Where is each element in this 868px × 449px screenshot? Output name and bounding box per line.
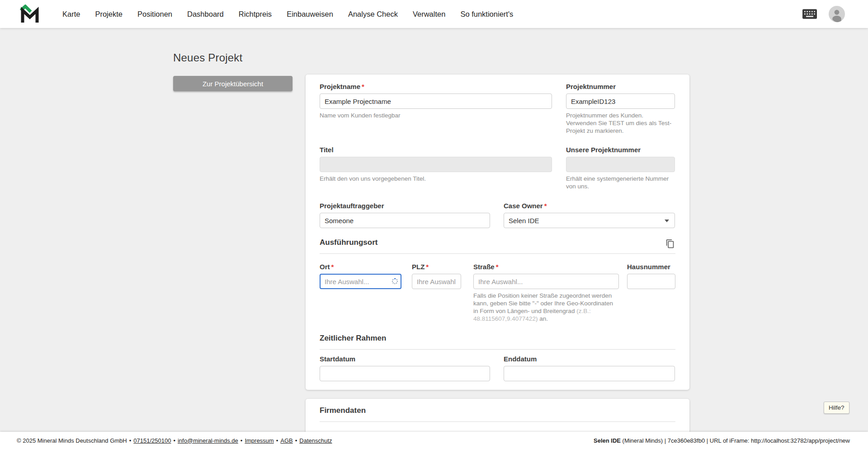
titel-helper: Erhält den von uns vorgegebenen Titel.	[320, 175, 552, 183]
unsere-projektnummer-helper: Erhält eine systemgenerierte Nummer von …	[566, 175, 675, 191]
required-asterisk: *	[544, 202, 547, 210]
projektauftraggeber-input[interactable]	[320, 213, 490, 228]
nav-item-karte[interactable]: Karte	[62, 10, 80, 19]
project-overview-button[interactable]: Zur Projektübersicht	[173, 76, 292, 91]
zeitlicher-rahmen-heading: Zeitlicher Rahmen	[320, 334, 675, 343]
case-owner-label: Case Owner*	[504, 202, 675, 210]
footer-separator: •	[295, 437, 297, 444]
field-titel: Titel Erhält den von uns vorgegebenen Ti…	[320, 146, 552, 183]
plz-label-text: PLZ	[412, 263, 425, 271]
field-plz: PLZ*	[412, 263, 461, 289]
required-asterisk: *	[362, 83, 364, 90]
ort-input[interactable]	[320, 274, 401, 289]
nav-item-dashboard[interactable]: Dashboard	[187, 10, 224, 19]
nav-item-einbauweisen[interactable]: Einbauweisen	[287, 10, 333, 19]
divider	[320, 349, 675, 350]
app-root: Karte Projekte Positionen Dashboard Rich…	[0, 0, 868, 449]
projektnummer-helper: Projektnummer des Kunden. Verwenden Sie …	[566, 112, 675, 135]
projektname-label-text: Projektname	[320, 83, 360, 90]
projektname-helper: Name vom Kunden festlegbar	[320, 112, 552, 120]
copy-icon[interactable]	[665, 239, 675, 250]
strasse-helper-suffix: an.	[538, 315, 548, 322]
ort-label-text: Ort	[320, 263, 330, 271]
case-owner-select[interactable]: Selen IDE	[504, 213, 675, 228]
footer-link-phone[interactable]: 07151/250100	[133, 437, 171, 444]
footer-separator: •	[276, 437, 278, 444]
user-avatar-icon[interactable]	[829, 6, 845, 22]
help-button[interactable]: Hilfe?	[824, 402, 849, 414]
footer-link-impressum[interactable]: Impressum	[245, 437, 274, 444]
header-icons	[802, 0, 845, 28]
projektauftraggeber-label-text: Projektauftraggeber	[320, 202, 384, 210]
projektnummer-input[interactable]	[566, 94, 675, 109]
strasse-input[interactable]	[473, 274, 619, 289]
project-form-card: Projektname* Name vom Kunden festlegbar …	[306, 75, 689, 390]
projektauftraggeber-label: Projektauftraggeber	[320, 202, 490, 210]
strasse-label-text: Straße	[473, 263, 495, 271]
ort-label: Ort*	[320, 263, 401, 271]
titel-label: Titel	[320, 146, 552, 154]
page-title: Neues Projekt	[173, 51, 242, 64]
nav-item-verwalten[interactable]: Verwalten	[413, 10, 445, 19]
field-case-owner: Case Owner* Selen IDE	[504, 202, 675, 228]
footer-link-email[interactable]: info@mineral-minds.de	[178, 437, 238, 444]
case-owner-value: Selen IDE	[509, 217, 539, 224]
unsere-projektnummer-label-text: Unsere Projektnummer	[566, 146, 641, 154]
field-enddatum: Enddatum	[504, 355, 675, 381]
plz-label: PLZ*	[412, 263, 461, 271]
required-asterisk: *	[496, 263, 499, 271]
footer: © 2025 Mineral Minds Deutschland GmbH • …	[0, 432, 868, 449]
footer-left: © 2025 Mineral Minds Deutschland GmbH • …	[17, 437, 332, 444]
projektnummer-label: Projektnummer	[566, 83, 675, 91]
section-zeitlicher-rahmen: Zeitlicher Rahmen	[320, 334, 675, 350]
footer-link-datenschutz[interactable]: Datenschutz	[299, 437, 332, 444]
field-strasse: Straße* Falls die Position keiner Straße…	[473, 263, 619, 323]
nav-item-projekte[interactable]: Projekte	[95, 10, 123, 19]
company-data-card: Firmendaten	[306, 399, 689, 432]
session-details: (Mineral Minds) | 7ce360e83fb0 | URL of …	[621, 437, 850, 444]
field-unsere-projektnummer: Unsere Projektnummer Erhält eine systemg…	[566, 146, 675, 191]
hausnummer-label-text: Hausnummer	[627, 263, 670, 271]
divider	[320, 421, 675, 422]
section-ausfuehrungsort: Ausführungsort	[320, 238, 675, 254]
nav-item-analyse-check[interactable]: Analyse Check	[348, 10, 398, 19]
mineral-minds-logo[interactable]	[20, 5, 40, 23]
required-asterisk: *	[426, 263, 429, 271]
ausfuehrungsort-heading: Ausführungsort	[320, 238, 675, 247]
nav-item-positionen[interactable]: Positionen	[137, 10, 172, 19]
mineral-minds-logo-icon	[20, 5, 40, 23]
field-projektnummer: Projektnummer Projektnummer des Kunden. …	[566, 83, 675, 135]
field-projektname: Projektname* Name vom Kunden festlegbar	[320, 83, 552, 120]
enddatum-label-text: Enddatum	[504, 355, 537, 363]
strasse-helper: Falls die Position keiner Straße zugeord…	[473, 292, 619, 323]
field-ort: Ort*	[320, 263, 401, 289]
keyboard-icon[interactable]	[802, 9, 817, 19]
unsere-projektnummer-input	[566, 157, 675, 172]
footer-link-agb[interactable]: AGB	[280, 437, 292, 444]
required-asterisk: *	[331, 263, 334, 271]
session-info: Selen IDE (Mineral Minds) | 7ce360e83fb0…	[594, 437, 850, 444]
hausnummer-label: Hausnummer	[627, 263, 675, 271]
titel-input	[320, 157, 552, 172]
top-nav: Karte Projekte Positionen Dashboard Rich…	[0, 0, 868, 28]
nav-item-richtpreis[interactable]: Richtpreis	[239, 10, 272, 19]
unsere-projektnummer-label: Unsere Projektnummer	[566, 146, 675, 154]
field-hausnummer: Hausnummer	[627, 263, 675, 289]
startdatum-label-text: Startdatum	[320, 355, 355, 363]
startdatum-input[interactable]	[320, 366, 490, 381]
plz-input[interactable]	[412, 274, 461, 289]
strasse-label: Straße*	[473, 263, 619, 271]
loading-spinner-icon	[392, 278, 398, 284]
projektname-input[interactable]	[320, 94, 552, 109]
hausnummer-input[interactable]	[627, 274, 675, 289]
strasse-helper-text: Falls die Position keiner Straße zugeord…	[473, 292, 613, 314]
chevron-down-icon	[665, 220, 669, 222]
field-projektauftraggeber: Projektauftraggeber	[320, 202, 490, 228]
ort-input-wrap	[320, 274, 401, 289]
enddatum-input[interactable]	[504, 366, 675, 381]
nav-item-so-funktionierts[interactable]: So funktioniert's	[460, 10, 513, 19]
session-user: Selen IDE	[594, 437, 621, 444]
field-startdatum: Startdatum	[320, 355, 490, 381]
copyright-text: © 2025 Mineral Minds Deutschland GmbH	[17, 437, 127, 444]
projektnummer-label-text: Projektnummer	[566, 83, 616, 90]
